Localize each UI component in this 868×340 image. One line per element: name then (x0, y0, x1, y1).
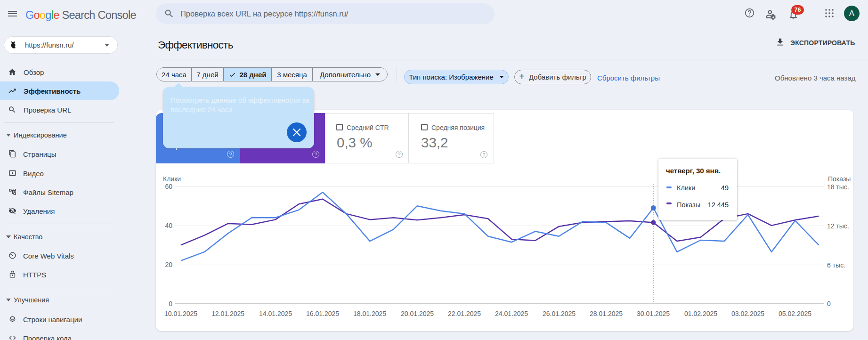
svg-text:40: 40 (165, 222, 172, 229)
svg-text:0: 0 (827, 300, 831, 308)
svg-text:18 тыс.: 18 тыс. (827, 183, 849, 191)
svg-text:Клики: Клики (163, 175, 181, 183)
svg-text:26.01.2025: 26.01.2025 (543, 310, 576, 317)
svg-text:60: 60 (165, 183, 172, 190)
svg-text:12 тыс.: 12 тыс. (827, 222, 849, 230)
svg-text:24.01.2025: 24.01.2025 (495, 310, 528, 317)
svg-text:18.01.2025: 18.01.2025 (353, 310, 386, 317)
svg-text:10.01.2025: 10.01.2025 (164, 310, 197, 317)
svg-text:30.01.2025: 30.01.2025 (637, 310, 670, 317)
svg-text:Показы: Показы (828, 175, 851, 183)
svg-text:6 тыс.: 6 тыс. (827, 261, 845, 269)
svg-text:22.01.2025: 22.01.2025 (448, 310, 481, 317)
svg-text:03.02.2025: 03.02.2025 (731, 310, 764, 317)
svg-text:16.01.2025: 16.01.2025 (306, 310, 339, 317)
svg-text:12.01.2025: 12.01.2025 (211, 310, 244, 317)
svg-text:0: 0 (169, 300, 172, 308)
svg-text:28.01.2025: 28.01.2025 (590, 310, 623, 317)
svg-text:20: 20 (165, 261, 172, 268)
svg-text:14.01.2025: 14.01.2025 (259, 310, 292, 317)
svg-text:05.02.2025: 05.02.2025 (779, 310, 811, 317)
svg-text:01.02.2025: 01.02.2025 (684, 310, 717, 317)
svg-text:20.01.2025: 20.01.2025 (401, 310, 434, 317)
